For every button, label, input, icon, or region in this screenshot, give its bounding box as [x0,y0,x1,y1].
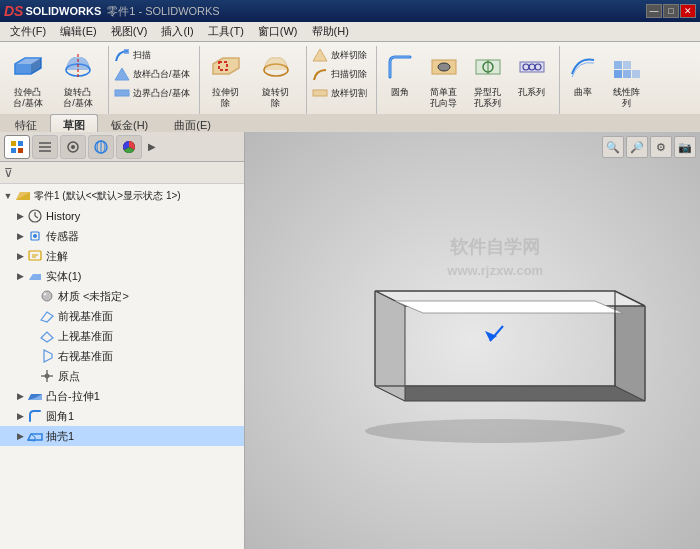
titlebar-left: DS SOLIDWORKS 零件1 - SOLIDWORKS [4,3,220,19]
maximize-button[interactable]: □ [663,4,679,18]
minimize-button[interactable]: — [646,4,662,18]
svg-point-15 [438,63,450,71]
tree-item-solid[interactable]: ▶ 实体(1) [0,266,244,286]
tree-material-label: 材质 <未指定> [58,289,129,304]
svg-rect-23 [614,70,622,78]
view-settings-button[interactable]: ⚙ [650,136,672,158]
fillet-label: 圆角 [391,87,409,98]
tree-item-shell1[interactable]: ▶ 抽壳1 [0,426,244,446]
linear-pattern-icon [609,49,645,85]
tree-item-annotation[interactable]: ▶ 注解 [0,246,244,266]
curvature-button[interactable]: 曲率 [562,46,604,104]
linear-pattern-button[interactable]: 线性阵列 [606,46,648,112]
tree-toggle-boss1[interactable]: ▶ [14,391,26,401]
tree-origin-label: 原点 [58,369,80,384]
tree-toggle-history[interactable]: ▶ [14,211,26,221]
tree-item-fillet1[interactable]: ▶ 圆角1 [0,406,244,426]
menu-tools[interactable]: 工具(T) [202,22,250,41]
tree-item-origin[interactable]: 原点 [0,366,244,386]
part-icon [14,187,32,205]
cut-revolve-button[interactable]: 旋转切除 [252,46,300,112]
loft-cut-button[interactable]: 放样切除 [309,46,370,64]
svg-marker-56 [41,332,53,342]
special-hole-button[interactable]: 异型孔孔系列 [467,46,509,112]
tree-toggle-annotation[interactable]: ▶ [14,251,26,261]
cut-extrude-button[interactable]: 拉伸切除 [202,46,250,112]
svg-marker-66 [375,386,645,401]
main-area: ▶ ⊽ ▼ 零件1 (默认<<默认>显示状态 1>) ▶ [0,132,700,549]
sweep-button[interactable]: 扫描 [111,46,193,64]
capture-button[interactable]: 📷 [674,136,696,158]
tree-topplane-label: 上视基准面 [58,329,113,344]
tree-toggle-solid[interactable]: ▶ [14,271,26,281]
tree-history-label: History [46,210,80,222]
right-plane-icon [38,347,56,365]
revolve-boss-label: 旋转凸台/基体 [63,87,93,109]
tree-toggle-fillet1[interactable]: ▶ [14,411,26,421]
menu-insert[interactable]: 插入(I) [155,22,199,41]
panel-tab-chart[interactable] [116,135,142,159]
boundary-boss-label: 边界凸台/基体 [133,87,190,100]
fillet1-icon [26,407,44,425]
plane-icon [38,307,56,325]
fillet-ribbon-icon [382,49,418,85]
curvature-label: 曲率 [574,87,592,98]
loft-cut-label: 放样切除 [331,49,367,62]
panel-tab-filter[interactable] [4,135,30,159]
menu-help[interactable]: 帮助(H) [306,22,355,41]
menu-window[interactable]: 窗口(W) [252,22,304,41]
loft-boss-button[interactable]: 放样凸台/基体 [111,65,193,83]
panel-tab-more[interactable]: ▶ [144,135,160,159]
loft-cut2-button[interactable]: 放样切割 [309,84,370,102]
tree-root: ▼ 零件1 (默认<<默认>显示状态 1>) ▶ History ▶ [0,184,244,448]
panel-tab-config[interactable] [60,135,86,159]
sweep-cut-button[interactable]: 扫描切除 [309,65,370,83]
menu-file[interactable]: 文件(F) [4,22,52,41]
hole-series-button[interactable]: 孔系列 [511,46,553,104]
tree-item-root[interactable]: ▼ 零件1 (默认<<默认>显示状态 1>) [0,186,244,206]
ribbon-group-fillet: 圆角 简单直孔向导 异 [379,46,560,114]
tree-toggle-root[interactable]: ▼ [2,191,14,201]
panel-tab-center[interactable] [88,135,114,159]
svg-point-47 [33,234,37,238]
svg-rect-8 [115,90,129,96]
ribbon-group-sweep: 扫描 放样凸台/基体 边界凸台/基体 [111,46,200,114]
revolve-icon [60,49,96,85]
tree-annotation-label: 注解 [46,249,68,264]
tree-item-history[interactable]: ▶ History [0,206,244,226]
tree-root-label: 零件1 (默认<<默认>显示状态 1>) [34,189,181,203]
tree-item-sensor[interactable]: ▶ 传感器 [0,226,244,246]
boss1-icon [26,387,44,405]
close-button[interactable]: ✕ [680,4,696,18]
annotation-icon [26,247,44,265]
extrude-boss-button[interactable]: 拉伸凸台/基体 [4,46,52,112]
extrude-boss-label: 拉伸凸台/基体 [13,87,43,109]
simple-hole-button[interactable]: 简单直孔向导 [423,46,465,112]
boundary-boss-button[interactable]: 边界凸台/基体 [111,84,193,102]
logo-ds: DS [4,3,23,19]
tree-item-material[interactable]: 材质 <未指定> [0,286,244,306]
zoom-in-button[interactable]: 🔍 [602,136,624,158]
extrude-icon [10,49,46,85]
revolve-boss-button[interactable]: 旋转凸台/基体 [54,46,102,112]
svg-rect-28 [11,141,16,146]
menu-edit[interactable]: 编辑(E) [54,22,103,41]
zoom-out-button[interactable]: 🔎 [626,136,648,158]
tree-toggle-shell1[interactable]: ▶ [14,431,26,441]
svg-rect-13 [313,90,327,96]
tree-item-frontplane[interactable]: 前视基准面 [0,306,244,326]
tree-item-topplane[interactable]: 上视基准面 [0,326,244,346]
panel-tab-list[interactable] [32,135,58,159]
menu-view[interactable]: 视图(V) [105,22,154,41]
tree-toggle-sensor[interactable]: ▶ [14,231,26,241]
tree-item-boss1[interactable]: ▶ 凸台-拉伸1 [0,386,244,406]
titlebar-controls[interactable]: — □ ✕ [646,4,696,18]
sweep-label: 扫描 [133,49,151,62]
canvas-area[interactable]: 软件自学网www.rjzxw.com 🔍 🔎 ⚙ 📷 [245,132,700,549]
fillet-button[interactable]: 圆角 [379,46,421,104]
ribbon-group-cut2: 放样切除 扫描切除 放样切割 [309,46,377,114]
svg-rect-29 [18,141,23,146]
menubar: 文件(F) 编辑(E) 视图(V) 插入(I) 工具(T) 窗口(W) 帮助(H… [0,22,700,42]
svg-marker-7 [115,68,129,80]
tree-item-rightplane[interactable]: 右视基准面 [0,346,244,366]
